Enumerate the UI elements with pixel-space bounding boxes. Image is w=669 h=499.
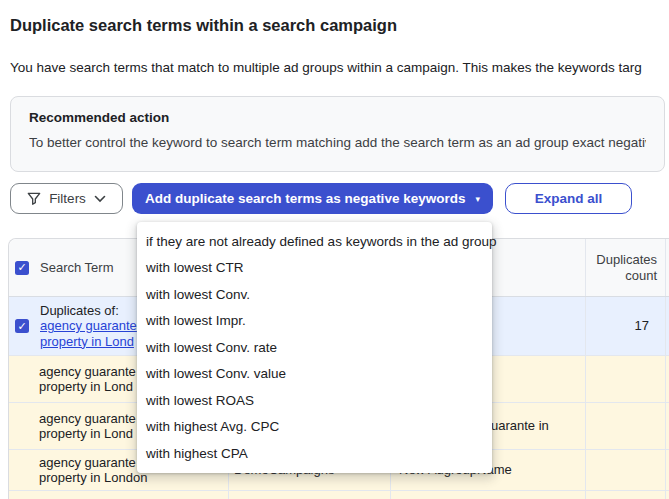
select-all-checkbox[interactable]: ✓ bbox=[15, 261, 29, 275]
filters-button[interactable]: Filters bbox=[10, 183, 123, 214]
recommended-action-body: To better control the keyword to search … bbox=[29, 135, 646, 150]
search-term-link[interactable]: agency guarante bbox=[40, 318, 137, 334]
duplicates-count-cell bbox=[586, 403, 666, 449]
check-icon: ✓ bbox=[17, 262, 26, 273]
search-term-text: property in Lond bbox=[39, 426, 133, 441]
search-term-text: property in London bbox=[39, 470, 147, 485]
menu-item[interactable]: with lowest Impr. bbox=[137, 308, 492, 335]
duplicates-count-cell bbox=[586, 491, 666, 499]
page-title: Duplicate search terms within a search c… bbox=[10, 16, 397, 35]
menu-item[interactable]: if they are not already defined as keywo… bbox=[137, 228, 492, 255]
filter-funnel-icon bbox=[27, 192, 41, 206]
menu-item[interactable]: with highest Avg. CPC bbox=[137, 414, 492, 441]
search-term-cell bbox=[9, 491, 229, 499]
search-term-text: agency guarante bbox=[39, 411, 136, 426]
menu-item[interactable]: with lowest CTR bbox=[137, 255, 492, 282]
adgroup-cell bbox=[391, 491, 586, 499]
menu-item[interactable]: with highest CPA bbox=[137, 440, 492, 467]
duplicates-count-cell bbox=[586, 450, 666, 490]
recommended-action-title: Recommended action bbox=[29, 110, 646, 125]
search-term-header: Search Term bbox=[40, 260, 113, 275]
duplicates-count-cell: 17 bbox=[586, 297, 666, 355]
menu-item[interactable]: with lowest Conv. value bbox=[137, 361, 492, 388]
duplicates-count-value: 17 bbox=[586, 318, 657, 334]
add-negative-keywords-label: Add duplicate search terms as negative k… bbox=[145, 191, 465, 206]
page-subtitle: You have search terms that match to mult… bbox=[10, 60, 669, 75]
search-term-link[interactable]: property in Lond bbox=[40, 334, 137, 350]
row-checkbox[interactable]: ✓ bbox=[15, 319, 29, 333]
filters-label: Filters bbox=[49, 191, 86, 206]
search-term-text: agency guarante bbox=[39, 364, 136, 379]
chevron-down-icon bbox=[94, 195, 106, 203]
adgroup-text: uarante in bbox=[491, 418, 549, 434]
expand-all-label: Expand all bbox=[535, 191, 603, 206]
caret-down-icon: ▾ bbox=[475, 194, 480, 204]
expand-all-button[interactable]: Expand all bbox=[505, 183, 632, 214]
search-term-text: agency guarante bbox=[39, 455, 136, 470]
duplicates-count-header: Duplicates count bbox=[586, 239, 666, 296]
check-icon: ✓ bbox=[17, 321, 26, 332]
negative-keywords-dropdown-menu: if they are not already defined as keywo… bbox=[137, 222, 492, 473]
duplicates-of-label: Duplicates of: bbox=[40, 303, 119, 318]
duplicates-count-cell bbox=[586, 356, 666, 402]
menu-item[interactable]: with lowest ROAS bbox=[137, 387, 492, 414]
recommended-action-card: Recommended action To better control the… bbox=[10, 96, 665, 172]
search-term-text: property in Lond bbox=[39, 379, 133, 394]
menu-item[interactable]: with lowest Conv. rate bbox=[137, 334, 492, 361]
add-negative-keywords-button[interactable]: Add duplicate search terms as negative k… bbox=[132, 183, 493, 214]
campaign-cell bbox=[229, 491, 391, 499]
menu-item[interactable]: with lowest Conv. bbox=[137, 281, 492, 308]
table-row bbox=[9, 491, 669, 499]
